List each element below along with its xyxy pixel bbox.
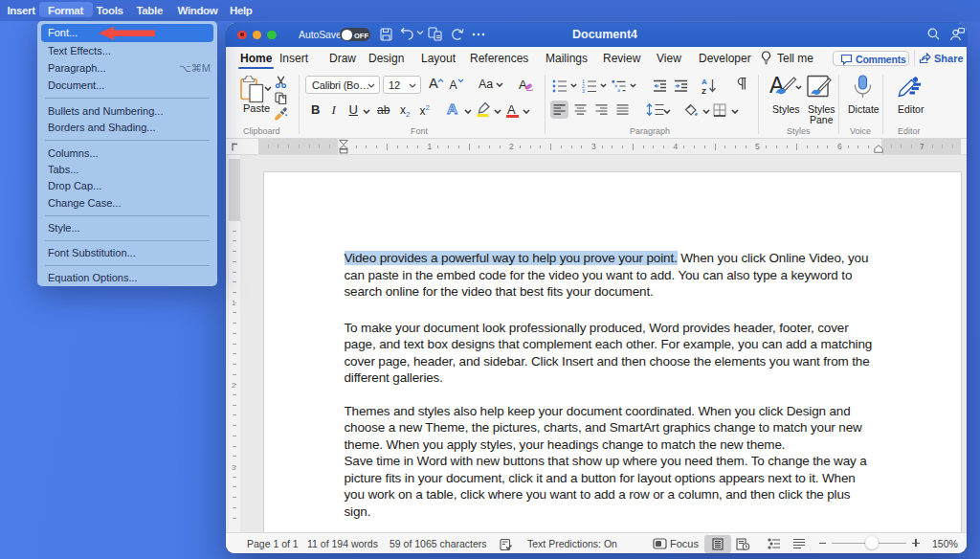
svg-text:A: A [702, 78, 707, 86]
svg-text:3: 3 [582, 88, 585, 93]
svg-text:Z: Z [702, 87, 706, 96]
